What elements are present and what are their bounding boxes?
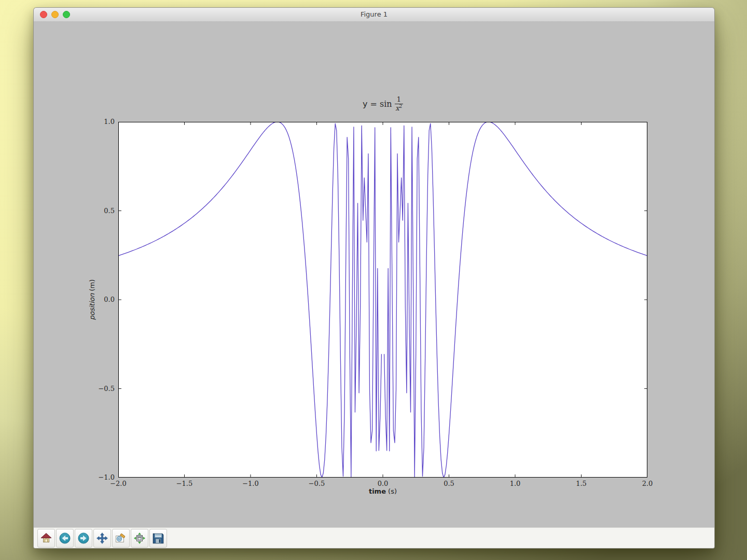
x-tick-label: 1.5: [576, 480, 587, 487]
figure-canvas: y = sin 1 x2 −2.0−1.5−1.0−0.50.00.51.01.…: [34, 21, 714, 528]
y-tick-label: −1.0: [84, 473, 115, 481]
x-tick-label: 0.5: [444, 480, 454, 487]
x-tick-label: −2.0: [110, 480, 127, 487]
forward-button[interactable]: [75, 529, 92, 548]
figure-window: Figure 1 y = sin 1 x2 −2.0−1.5−1.0−0.50.…: [33, 7, 715, 549]
window-title: Figure 1: [34, 8, 714, 21]
x-tick-label: 0.0: [378, 480, 389, 487]
y-tick-label: −0.5: [84, 385, 115, 393]
plot-area[interactable]: [118, 122, 647, 478]
fraction-numerator: 1: [395, 96, 403, 104]
plot-title-prefix: y =: [363, 99, 377, 109]
zoom-to-rect-button[interactable]: [112, 529, 130, 548]
x-tick-label: 2.0: [642, 480, 653, 487]
configure-subplots-button[interactable]: [131, 529, 148, 548]
fraction-denominator: x2: [395, 104, 403, 112]
subplots-icon: [133, 532, 146, 544]
x-axis-label: time (s): [118, 487, 647, 495]
magnifier-icon: [115, 532, 127, 544]
home-icon: [40, 532, 52, 544]
plot-title-fraction: 1 x2: [395, 96, 403, 111]
y-tick-label: 0.5: [84, 207, 115, 215]
window-titlebar[interactable]: Figure 1: [34, 8, 714, 22]
back-button[interactable]: [56, 529, 74, 548]
y-axis-label: position (m): [88, 279, 96, 320]
y-tick-label: 1.0: [84, 118, 115, 125]
forward-arrow-icon: [77, 532, 90, 544]
pan-arrows-icon: [96, 532, 108, 544]
back-arrow-icon: [59, 532, 71, 544]
x-tick-label: −1.0: [242, 480, 259, 487]
desktop-background: Figure 1 y = sin 1 x2 −2.0−1.5−1.0−0.50.…: [0, 0, 747, 560]
floppy-disk-icon: [151, 531, 165, 545]
navigation-toolbar: [34, 527, 714, 548]
save-button[interactable]: [149, 529, 167, 548]
plot-title: y = sin 1 x2: [118, 96, 647, 111]
x-tick-label: 1.0: [510, 480, 521, 487]
home-button[interactable]: [37, 529, 55, 548]
pan-button[interactable]: [93, 529, 111, 548]
x-tick-label: −1.5: [176, 480, 193, 487]
plot-title-operator: sin: [380, 99, 392, 109]
x-tick-label: −0.5: [309, 480, 325, 487]
function-curve: [118, 122, 647, 478]
